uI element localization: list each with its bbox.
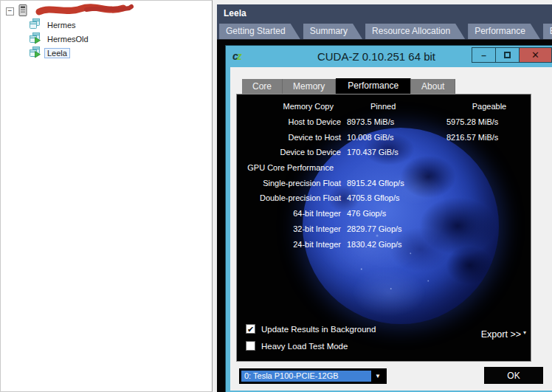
device-select-dropdown[interactable]: 0: Tesla P100-PCIE-12GB ▼ [239, 368, 387, 384]
panel-frame: Leela Getting StartedSummaryResource All… [217, 4, 552, 392]
cudaz-client-area: CoreMemoryPerformanceAbout Memory CopyPi… [230, 67, 552, 391]
tab-events[interactable]: Events [543, 24, 552, 39]
device-select-value: 0: Tesla P100-PCIE-12GB [241, 371, 371, 382]
perf-value-pinned: 10.008 GiB/s [347, 133, 446, 142]
export-label: Export >> [481, 329, 521, 340]
vm-header: Leela [217, 4, 552, 21]
tree-item-leela[interactable]: Leela [1, 47, 212, 59]
perf-row-label: Host to Device [237, 117, 347, 126]
screen: − HermesHermesOldLeela Leela [0, 0, 552, 392]
perf-value-pinned: 1830.42 Giop/s [347, 240, 446, 249]
perf-value-pinned: 8973.5 MiB/s [347, 117, 446, 126]
server-icon [18, 4, 27, 18]
tree-item-label: Leela [44, 48, 70, 58]
cudaz-window: cz CUDA-Z 0.10.251 64 bit – ✕ CoreMemory… [226, 46, 552, 392]
perf-value-pinned: 2829.77 Giop/s [347, 224, 446, 233]
vm-tree-list: HermesHermesOldLeela [1, 19, 212, 59]
tree-item-label: HermesOld [44, 34, 92, 44]
export-menu-arrow-icon: ▾ [523, 329, 526, 336]
perf-row-label: 24-bit Integer [237, 240, 347, 249]
cudaz-tab-core[interactable]: Core [242, 79, 283, 94]
tree-item-label: Hermes [44, 20, 79, 30]
vm-icon-running [29, 47, 41, 60]
perf-col-header-pageable: Pageable [446, 102, 531, 111]
perf-row-label: Device to Device [237, 148, 347, 157]
checkbox-update-results-in-background[interactable]: ✔Update Results in Background [246, 320, 376, 337]
perf-value-pinned: 170.437 GiB/s [347, 148, 446, 157]
cudaz-tab-performance[interactable]: Performance [336, 78, 411, 94]
console-viewport[interactable]: cz CUDA-Z 0.10.251 64 bit – ✕ CoreMemory… [217, 39, 552, 392]
perf-row-label: Single-precision Float [237, 179, 347, 188]
perf-row-label: Double-precision Float [237, 193, 347, 202]
redaction-scribble [35, 4, 134, 18]
perf-row-label: 32-bit Integer [237, 224, 347, 233]
close-button[interactable]: ✕ [519, 47, 552, 63]
checkbox-checked-icon[interactable]: ✔ [246, 324, 255, 334]
perf-value-pinned: 476 Giop/s [347, 209, 446, 218]
cudaz-tab-bar: CoreMemoryPerformanceAbout [242, 78, 455, 94]
cudaz-tab-memory[interactable]: Memory [283, 79, 336, 94]
ok-button[interactable]: OK [484, 367, 543, 384]
perf-value-pageable: 8216.57 MiB/s [446, 133, 531, 142]
tab-getting-started[interactable]: Getting Started [219, 24, 300, 39]
tab-resource-allocation[interactable]: Resource Allocation [365, 24, 465, 39]
export-button[interactable]: Export >>▾ [481, 329, 526, 340]
perf-value-pinned: 8915.24 Gflop/s [347, 179, 446, 188]
maximize-button[interactable] [495, 47, 520, 63]
minimize-button[interactable]: – [472, 47, 496, 63]
perf-value-pinned: 4705.8 Gflop/s [347, 193, 446, 202]
checkbox-label: Heavy Load Test Mode [261, 342, 348, 351]
vm-icon-off [29, 18, 41, 32]
cudaz-tab-about[interactable]: About [411, 79, 455, 94]
tab-summary[interactable]: Summary [303, 24, 362, 39]
performance-tab-page: Memory CopyPinnedPageableHost to Device8… [236, 94, 531, 362]
checkbox-unchecked-icon[interactable] [246, 341, 255, 351]
tree-item-hermes[interactable]: Hermes [1, 19, 212, 31]
dropdown-arrow-icon: ▼ [371, 371, 384, 382]
cudaz-logo-icon: cz [232, 50, 241, 62]
tree-root-item[interactable]: − [1, 5, 212, 17]
collapse-icon[interactable]: − [6, 7, 14, 16]
perf-row-label: Device to Host [237, 133, 347, 142]
checkbox-heavy-load-test-mode[interactable]: Heavy Load Test Mode [246, 337, 376, 354]
perf-row-label: 64-bit Integer [237, 209, 347, 218]
perf-value-pageable: 5975.28 MiB/s [446, 117, 531, 126]
vm-console-panel: Leela Getting StartedSummaryResource All… [213, 0, 552, 392]
vm-icon-running [29, 32, 41, 46]
cudaz-titlebar[interactable]: cz CUDA-Z 0.10.251 64 bit – ✕ [226, 46, 552, 67]
vm-tree-panel: − HermesHermesOldLeela [0, 0, 213, 392]
console-tab-bar: Getting StartedSummaryResource Allocatio… [217, 21, 552, 39]
window-controls: – ✕ [472, 47, 552, 63]
checkbox-label: Update Results in Background [261, 325, 376, 334]
tree-item-hermesold[interactable]: HermesOld [1, 33, 212, 45]
maximize-icon [504, 52, 511, 58]
panel-title: Leela [224, 8, 246, 18]
perf-col-header-pinned: Pinned [347, 102, 446, 111]
performance-table: Memory CopyPinnedPageableHost to Device8… [237, 99, 531, 252]
options-checkboxes: ✔Update Results in BackgroundHeavy Load … [246, 320, 376, 354]
perf-col-header-memory-copy: Memory Copy [237, 102, 347, 111]
perf-row-label: GPU Core Performance [237, 163, 347, 172]
tab-performance[interactable]: Performance [468, 24, 540, 39]
